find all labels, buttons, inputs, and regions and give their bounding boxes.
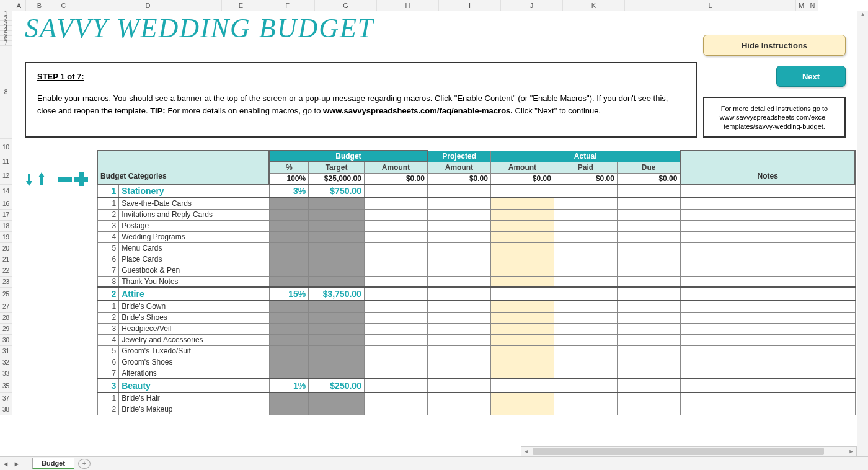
budget-table: Budget Categories Budget Projected Actua…: [97, 150, 856, 415]
scroll-left-icon[interactable]: ◄: [521, 448, 531, 454]
step-label: STEP 1 of 7:: [37, 72, 684, 81]
item-row[interactable]: 5Groom's Tuxedo/Suit: [97, 345, 855, 357]
row-header[interactable]: 35: [0, 379, 12, 393]
row-header[interactable]: 30: [0, 335, 12, 346]
item-row[interactable]: 6Place Cards: [97, 254, 855, 265]
scroll-up-icon[interactable]: ▲: [857, 11, 868, 17]
tip-label: TIP:: [150, 106, 166, 115]
more-info-box: For more detailed instructions go to www…: [703, 97, 846, 138]
paid-header: Paid: [554, 162, 617, 173]
col-header[interactable]: H: [377, 0, 439, 11]
item-row[interactable]: 2Bride's Shoes: [97, 312, 855, 323]
target-header: Target: [309, 162, 365, 173]
instructions-text: Enable your macros. You should see a ban…: [37, 92, 684, 117]
col-header[interactable]: L: [625, 0, 796, 11]
item-row[interactable]: 8Thank You Notes: [97, 276, 855, 287]
item-row[interactable]: 2Invitations and Reply Cards: [97, 209, 855, 220]
row-header[interactable]: 21: [0, 254, 12, 265]
row-header[interactable]: 20: [0, 243, 12, 254]
row-header[interactable]: 14: [0, 185, 12, 198]
row-header[interactable]: 18: [0, 221, 12, 232]
row-header[interactable]: 7: [0, 41, 12, 46]
sheet-prev-icon[interactable]: ◄: [0, 460, 11, 468]
item-row[interactable]: 1Bride's Hair: [97, 392, 855, 404]
row-header[interactable]: 37: [0, 393, 12, 404]
item-row[interactable]: 2Bride's Makeup: [97, 404, 855, 415]
remove-icon[interactable]: [58, 176, 72, 185]
row-header[interactable]: 29: [0, 324, 12, 335]
item-row[interactable]: 7Guestbook & Pen: [97, 265, 855, 276]
total-due: $0.00: [617, 173, 680, 184]
add-icon[interactable]: [74, 172, 88, 188]
row-tools: [26, 172, 88, 188]
item-row[interactable]: 3Postage: [97, 220, 855, 231]
category-row[interactable]: 2Attire15%$3,750.00: [97, 287, 855, 301]
item-row[interactable]: 5Menu Cards: [97, 242, 855, 254]
col-header[interactable]: A: [12, 0, 26, 11]
item-row[interactable]: 6Groom's Shoes: [97, 357, 855, 368]
col-header[interactable]: D: [74, 0, 222, 11]
item-row[interactable]: 4Wedding Programs: [97, 231, 855, 242]
col-header[interactable]: C: [53, 0, 74, 11]
move-up-icon[interactable]: [38, 172, 48, 188]
category-row[interactable]: 3Beauty1%$250.00: [97, 379, 855, 392]
row-header[interactable]: 10: [0, 139, 12, 156]
col-header[interactable]: G: [315, 0, 377, 11]
total-amount: $0.00: [364, 173, 427, 184]
col-header[interactable]: F: [260, 0, 315, 11]
spreadsheet-grid[interactable]: SAVVY WEDDING BUDGET Hide Instructions N…: [12, 11, 857, 456]
row-header[interactable]: 28: [0, 313, 12, 324]
text: For more details on enabling macros, go …: [166, 106, 323, 115]
row-header[interactable]: 11: [0, 156, 12, 167]
category-row[interactable]: 1Stationery3%$750.00: [97, 184, 855, 198]
row-header[interactable]: 22: [0, 265, 12, 277]
next-button[interactable]: Next: [776, 66, 846, 87]
actual-header: Actual: [490, 151, 680, 162]
col-header[interactable]: M: [796, 0, 807, 11]
total-paid: $0.00: [554, 173, 617, 184]
col-header[interactable]: K: [563, 0, 625, 11]
col-header[interactable]: J: [501, 0, 563, 11]
row-header[interactable]: 33: [0, 368, 12, 379]
row-header[interactable]: 27: [0, 301, 12, 313]
item-row[interactable]: 1Save-the-Date Cards: [97, 198, 855, 209]
col-header[interactable]: B: [26, 0, 53, 11]
sheet-tab-bar: ◄ ► Budget +: [0, 456, 868, 470]
add-sheet-icon[interactable]: +: [78, 459, 91, 469]
row-header[interactable]: 16: [0, 198, 12, 210]
item-row[interactable]: 7Alterations: [97, 368, 855, 379]
amount-header: Amount: [427, 162, 490, 173]
row-header[interactable]: 8: [0, 46, 12, 139]
vertical-scrollbar[interactable]: ▲: [857, 11, 868, 456]
row-header[interactable]: 17: [0, 210, 12, 221]
move-down-icon[interactable]: [26, 172, 36, 188]
row-header[interactable]: 31: [0, 346, 12, 357]
budget-header: Budget: [269, 151, 427, 162]
scroll-thumb[interactable]: [533, 448, 824, 455]
item-row[interactable]: 3Headpiece/Veil: [97, 323, 855, 334]
hide-instructions-button[interactable]: Hide Instructions: [703, 35, 846, 56]
item-row[interactable]: 1Bride's Gown: [97, 301, 855, 312]
col-header[interactable]: N: [807, 0, 818, 11]
row-header[interactable]: 25: [0, 288, 12, 301]
col-header[interactable]: E: [222, 0, 260, 11]
horizontal-scrollbar[interactable]: ◄ ►: [521, 446, 857, 456]
notes-header: Notes: [680, 151, 855, 184]
page-title: SAVVY WEDDING BUDGET: [25, 12, 374, 44]
row-header[interactable]: 32: [0, 357, 12, 368]
instructions-box: STEP 1 of 7: Enable your macros. You sho…: [25, 62, 697, 138]
row-header[interactable]: 38: [0, 404, 12, 415]
row-header[interactable]: 19: [0, 232, 12, 243]
scroll-right-icon[interactable]: ►: [846, 448, 856, 454]
item-row[interactable]: 4Jewelry and Accessories: [97, 334, 855, 345]
sheet-tab-budget[interactable]: Budget: [32, 458, 74, 469]
row-headers: 1234567810111214161718192021222325272829…: [0, 11, 12, 415]
col-header[interactable]: I: [439, 0, 501, 11]
categories-header: Budget Categories: [97, 151, 269, 184]
total-actual-amount: $0.00: [490, 173, 554, 184]
text: Click "Next" to continue.: [513, 106, 601, 115]
row-header[interactable]: 12: [0, 167, 12, 185]
row-header[interactable]: 23: [0, 277, 12, 288]
total-target: $25,000.00: [309, 173, 365, 184]
sheet-next-icon[interactable]: ►: [11, 460, 22, 468]
